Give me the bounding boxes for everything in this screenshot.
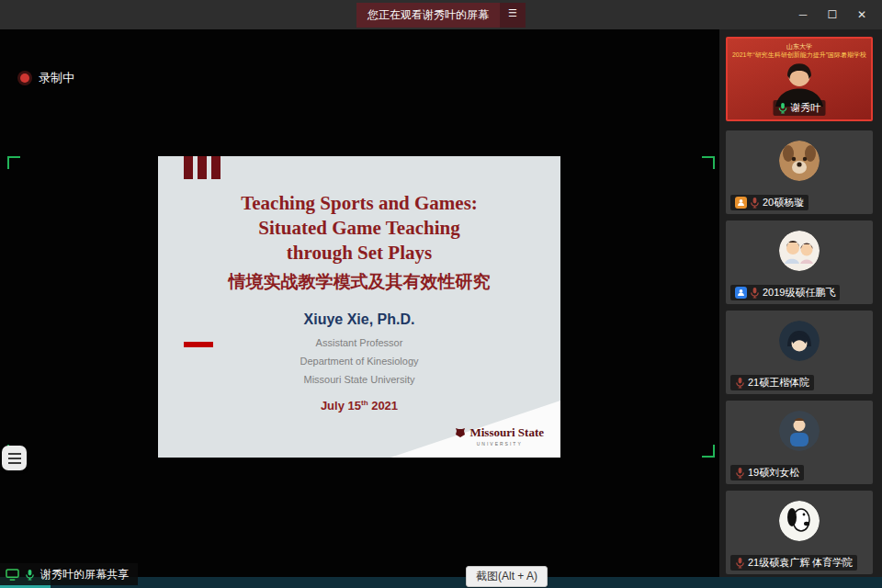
slide-title-line2: Situated Game Teaching	[158, 216, 560, 241]
missouri-state-logo-text: Missouri State	[469, 425, 544, 440]
participant-name-row: 21级硕袁广辉 体育学院	[730, 555, 857, 571]
participant-name-row: 20硕杨璇	[730, 195, 808, 210]
speaker-video-banner: 山东大学 2021年“研究生科研创新能力提升”国际暑期学校	[728, 42, 871, 59]
slide-presenter-name: Xiuye Xie, Ph.D.	[158, 311, 560, 328]
participant-name-row: 21硕王楷体院	[730, 375, 814, 390]
mic-muted-icon	[750, 287, 760, 299]
anime-avatar-icon	[779, 321, 820, 361]
window-titlebar: 您正在观看谢秀叶的屏幕 ☰ ─ ☐ ✕	[0, 0, 882, 29]
microphone-icon	[25, 569, 35, 581]
participant-name-row: 谢秀叶	[774, 100, 826, 116]
avatar	[779, 231, 820, 271]
mic-active-icon	[778, 102, 788, 114]
sidebar-toggle-button[interactable]	[2, 446, 27, 470]
participant-name: 谢秀叶	[791, 101, 821, 115]
bear-head-icon	[455, 427, 466, 438]
participant-name: 21级硕袁广辉 体育学院	[748, 556, 853, 570]
banner-menu-icon[interactable]: ☰	[500, 3, 526, 28]
banner-line1: 山东大学	[728, 42, 871, 51]
participant-name: 20硕杨璇	[763, 196, 804, 209]
participant-name: 2019级硕任鹏飞	[763, 286, 835, 300]
avatar	[779, 141, 820, 181]
participant-tile[interactable]: 21硕王楷体院	[726, 311, 873, 394]
mic-muted-icon	[735, 377, 745, 389]
avatar	[779, 501, 820, 541]
avatar	[779, 321, 820, 361]
slide-title: Teaching Sports and Games: Situated Game…	[158, 191, 560, 266]
slide-presenter-department: Department of Kinesiology	[158, 352, 560, 370]
close-button[interactable]: ✕	[847, 0, 876, 29]
participant-tile[interactable]: 21级硕袁广辉 体育学院	[726, 491, 873, 574]
dog-avatar-icon	[779, 141, 820, 181]
mic-muted-icon	[735, 467, 745, 479]
slide-logo-bars-icon	[184, 156, 220, 179]
participants-panel[interactable]: 山东大学 2021年“研究生科研创新能力提升”国际暑期学校 谢秀叶	[719, 29, 882, 577]
participant-tile[interactable]: 2019级硕任鹏飞	[726, 220, 873, 304]
share-footer-label: 谢秀叶的屏幕共享	[40, 567, 129, 582]
participant-name-row: 19硕刘女松	[730, 465, 804, 481]
slide-presenter-role: Assistant Professor	[158, 334, 560, 352]
recording-dot-icon	[20, 74, 29, 83]
slide-title-line1: Teaching Sports and Games:	[158, 191, 560, 216]
missouri-state-logo-subtext: UNIVERSITY	[455, 441, 544, 447]
slide-red-dash	[184, 342, 213, 347]
participant-tile[interactable]: 20硕杨璇	[726, 130, 873, 214]
share-corner-marker-top-left	[7, 156, 20, 169]
window-controls: ─ ☐ ✕	[788, 0, 876, 29]
minimize-button[interactable]: ─	[788, 0, 818, 29]
couple-avatar-icon	[779, 231, 820, 271]
participant-tile[interactable]: 19硕刘女松	[726, 401, 873, 484]
slide-affiliation: Assistant Professor Department of Kinesi…	[158, 334, 560, 389]
screen-share-icon	[6, 569, 19, 581]
screenshot-button[interactable]: 截图(Alt + A)	[466, 566, 548, 587]
banner-line2: 2021年“研究生科研创新能力提升”国际暑期学校	[728, 51, 871, 59]
mic-muted-icon	[750, 197, 760, 209]
watching-banner: 您正在观看谢秀叶的屏幕 ☰	[356, 3, 526, 28]
avatar	[779, 411, 820, 451]
participant-name: 21硕王楷体院	[748, 376, 809, 390]
recording-label: 录制中	[39, 70, 74, 86]
shared-screen-area: 录制中 Teaching Sports and Games: Situated …	[0, 29, 719, 577]
recording-indicator: 录制中	[20, 70, 74, 86]
user-status-icon	[735, 197, 747, 209]
figure-avatar-icon	[779, 411, 820, 451]
share-corner-marker-bottom-right	[702, 445, 715, 458]
share-corner-marker-top-right	[702, 156, 715, 169]
slide-title-line3: through Set Plays	[158, 241, 560, 266]
snoopy-avatar-icon	[779, 501, 820, 541]
presentation-slide: Teaching Sports and Games: Situated Game…	[158, 156, 560, 458]
participant-name: 19硕刘女松	[748, 466, 799, 480]
slide-presenter-university: Missouri State University	[158, 370, 560, 389]
missouri-state-logo: Missouri State UNIVERSITY	[455, 425, 544, 447]
participant-tile-speaker[interactable]: 山东大学 2021年“研究生科研创新能力提升”国际暑期学校 谢秀叶	[726, 37, 873, 121]
screen-share-region: Teaching Sports and Games: Situated Game…	[7, 156, 715, 458]
share-status-footer: 谢秀叶的屏幕共享	[0, 563, 138, 585]
mic-muted-icon	[735, 557, 745, 569]
maximize-button[interactable]: ☐	[818, 0, 847, 29]
slide-subtitle-chinese: 情境实战教学模式及其有效性研究	[158, 270, 560, 294]
user-status-icon	[735, 287, 747, 299]
watching-label: 您正在观看谢秀叶的屏幕	[356, 3, 500, 28]
participant-name-row: 2019级硕任鹏飞	[730, 285, 840, 300]
